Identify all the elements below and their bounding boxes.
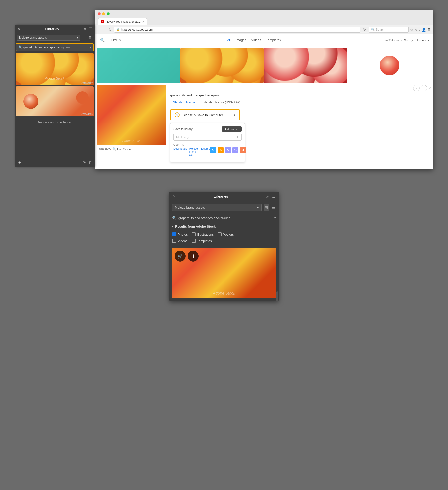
downloads-link[interactable]: Downloads (173, 147, 187, 156)
close-window-button[interactable] (98, 12, 101, 15)
bookmark-icon[interactable]: ☆ (410, 28, 413, 32)
find-similar-button[interactable]: 🔍 Find Similar (113, 147, 132, 151)
libraries-panel-large: ✕ Libraries ≫ ☰ Melozo brand assets ▾ ⊞ … (169, 192, 279, 301)
extended-license-tab[interactable]: Extended license (US$79.99) (198, 99, 243, 106)
list-item[interactable]: #72944209 (16, 86, 94, 116)
add-button[interactable]: ＋ (17, 159, 22, 165)
watermark-text: Adobe Stock (213, 291, 235, 296)
list-item[interactable]: Adobe Stock #81638727 (16, 53, 94, 85)
browser-toolbar: ‹ › ↻ 🔒 https://stock.adobe.com ↻ 🔍 Sear… (95, 25, 433, 34)
videos-checkbox[interactable] (172, 239, 176, 243)
tab-all[interactable]: All (227, 37, 230, 43)
panel-bottom-bar: ＋ 👁 🗑 (15, 158, 95, 167)
browser-search-bar[interactable]: 🔍 Search (369, 27, 409, 33)
save-to-library-row: Save to library ⬇ download (173, 126, 242, 132)
filter-button[interactable]: Filter ⚙ (109, 37, 123, 43)
sort-dropdown[interactable]: Sort by Relevance ▾ (404, 39, 429, 42)
tab-templates[interactable]: Templates (266, 37, 281, 43)
collapse-icon[interactable]: ≫ (266, 195, 270, 198)
tab-images[interactable]: Images (236, 37, 246, 43)
after-effects-icon[interactable]: Ae (232, 147, 238, 153)
maximize-window-button[interactable] (107, 12, 110, 15)
templates-checkbox[interactable] (192, 239, 196, 243)
illustrations-checkbox[interactable] (192, 232, 196, 236)
indesign-icon[interactable]: Id (240, 147, 246, 153)
image-thumbnail-2: #72944209 (16, 86, 94, 116)
dropdown-close-icon[interactable]: ✕ (240, 125, 243, 129)
see-more-link[interactable]: See more results on the web (15, 118, 95, 126)
search-icon: 🔍 (172, 216, 176, 220)
list-view-icon[interactable]: ☰ (87, 35, 93, 40)
settings-icon[interactable]: ☰ (427, 28, 431, 32)
stock-content: 🔍 Filter ⚙ All Images Videos (95, 34, 433, 164)
brand-link[interactable]: Melozo brand as... (189, 147, 198, 156)
add-to-cart-button[interactable]: 🛒 (175, 251, 186, 262)
delete-icon[interactable]: 🗑 (89, 160, 92, 164)
vectors-checkbox[interactable] (218, 232, 222, 236)
prev-arrow[interactable]: ‹ (413, 85, 420, 91)
illustrator-icon[interactable]: Ai (218, 147, 224, 153)
forward-button[interactable]: › (102, 27, 106, 32)
grid-image-2[interactable] (180, 48, 264, 83)
detail-close-icon[interactable]: ✕ (428, 86, 431, 90)
next-arrow[interactable]: › (421, 85, 427, 91)
download-button[interactable]: ⬆ (188, 251, 199, 262)
large-panel-header: ✕ Libraries ≫ ☰ (169, 192, 279, 201)
stock-tabs: All Images Videos Templates (126, 37, 382, 43)
collapse-icon[interactable]: ≫ (84, 27, 87, 31)
grid-view-icon[interactable]: ⊞ (81, 35, 86, 40)
new-tab-button[interactable]: ＋ (147, 17, 155, 25)
photos-checkbox[interactable] (172, 232, 176, 236)
bottom-section: ✕ Libraries ≫ ☰ Melozo brand assets ▾ ⊞ … (0, 184, 448, 316)
tab-videos[interactable]: Videos (251, 37, 261, 43)
premiere-icon[interactable]: Pr (225, 147, 231, 153)
image-id-text: 81638727 (99, 148, 111, 151)
grid-image-4[interactable] (348, 48, 431, 83)
resume-link[interactable]: Resume (200, 147, 210, 156)
filter-illustrations[interactable]: Illustrations (192, 232, 214, 236)
menu-icon[interactable]: ☰ (89, 27, 92, 31)
tab-close-icon[interactable]: ✕ (142, 20, 144, 23)
brand-dropdown[interactable]: Melozo brand assets ▾ (17, 35, 80, 41)
large-brand-dropdown[interactable]: Melozo brand assets ▾ (172, 204, 262, 211)
refresh-button[interactable]: ↻ (107, 27, 113, 32)
tab-favicon: A (101, 20, 104, 23)
filter-videos[interactable]: Videos (172, 239, 188, 243)
active-tab[interactable]: A Royalty free images, photo... ✕ (98, 18, 147, 25)
download-button[interactable]: ⬇ download (222, 126, 242, 132)
tab-title: Royalty free images, photo... (106, 20, 141, 23)
filter-vectors[interactable]: Vectors (218, 232, 234, 236)
url-bar[interactable]: 🔒 https://stock.adobe.com (114, 27, 360, 33)
add-library-plus-icon[interactable]: ＋ (236, 135, 239, 139)
menu-icon[interactable]: ☰ (272, 194, 275, 199)
eye-icon[interactable]: 👁 (83, 160, 86, 164)
reload-button[interactable]: ↻ (362, 27, 367, 32)
back-button[interactable]: ‹ (97, 27, 101, 32)
minimize-window-button[interactable] (102, 12, 105, 15)
license-save-button[interactable]: 🛒 License & Save to Computer ▾ (170, 109, 240, 120)
account-icon[interactable]: 👤 (422, 28, 426, 32)
section-collapse-icon[interactable]: ▾ (172, 225, 174, 228)
large-image-area[interactable]: 🛒 ⬆ Adobe Stock (172, 248, 276, 298)
grid-image-1[interactable] (97, 48, 180, 83)
download-icon[interactable]: ↓ (418, 28, 420, 32)
large-search-row: 🔍 grapefruits and oranges background ▾ (169, 214, 279, 222)
bottom-icons: 👁 🗑 (83, 160, 92, 164)
stock-search-icon[interactable]: 🔍 (99, 36, 106, 44)
detail-image[interactable]: Adobe Stock (97, 85, 166, 145)
photoshop-icon[interactable]: Ps (210, 147, 216, 153)
close-icon[interactable]: ✕ (173, 194, 176, 198)
list-view-icon[interactable]: ☰ (270, 204, 276, 211)
stock-detail-section: Adobe Stock 81638727 🔍 Find Similar ‹ (95, 85, 433, 164)
filter-photos[interactable]: Photos (172, 232, 188, 236)
top-section: ✕ Libraries ≫ ☰ Melozo brand assets ▾ ⊞ … (0, 0, 448, 184)
grid-view-icon[interactable]: ⊞ (264, 204, 269, 211)
filter-templates[interactable]: Templates (192, 239, 212, 243)
scrollbar[interactable] (276, 291, 278, 301)
close-icon[interactable]: ✕ (17, 27, 20, 31)
home-icon[interactable]: ⌂ (415, 28, 417, 32)
add-library-input[interactable]: Add library ＋ (173, 134, 242, 141)
grid-image-3[interactable] (264, 48, 347, 83)
standard-license-tab[interactable]: Standard license (170, 99, 198, 106)
image-overlay-buttons: 🛒 ⬆ (175, 251, 199, 262)
